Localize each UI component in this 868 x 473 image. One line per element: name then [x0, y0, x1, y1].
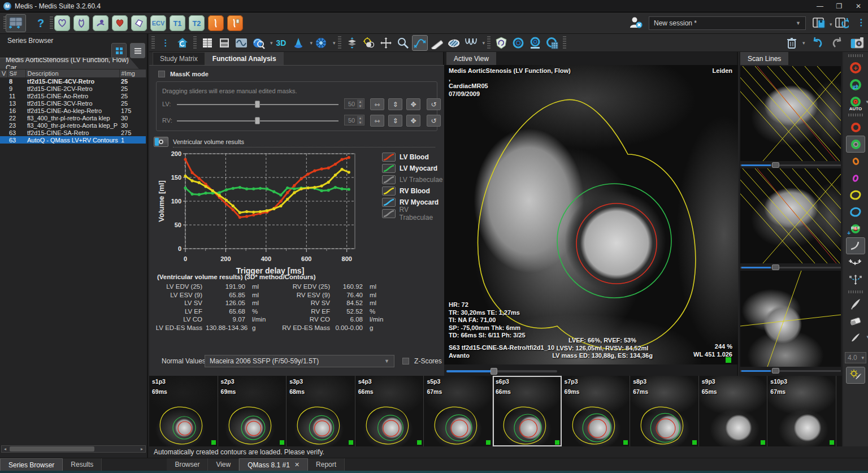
reload-chevron-icon[interactable]: ▾: [270, 40, 273, 46]
scan-reference-thumbnail[interactable]: [740, 168, 841, 263]
slice-thumbnail[interactable]: s4p366ms: [355, 376, 424, 446]
nudge-contour-button[interactable]: [846, 271, 865, 288]
reset-view-button[interactable]: [175, 35, 190, 51]
slice-thumbnail[interactable]: s2p369ms: [218, 376, 287, 446]
massk-mode-checkbox[interactable]: MassK mode: [158, 71, 209, 77]
close-tab-icon[interactable]: ✕: [294, 461, 300, 468]
table-row[interactable]: 8tf2d15-CINE-4CV-Retro25: [0, 77, 146, 85]
detect-contours-button[interactable]: [493, 35, 509, 51]
close-button[interactable]: ✕: [849, 0, 868, 12]
undo-button[interactable]: [810, 35, 826, 51]
stack-scroll-button[interactable]: [344, 35, 360, 51]
scan-reference-thumbnail[interactable]: [740, 66, 841, 161]
delete-button[interactable]: [784, 35, 800, 51]
window-level-button[interactable]: [361, 35, 377, 51]
table-row[interactable]: 9tf2d15-CINE-2CV-Retro25: [0, 85, 146, 92]
movie-button[interactable]: [216, 35, 232, 51]
lv-epi-contour-button[interactable]: [846, 136, 865, 153]
tab-results[interactable]: Results: [63, 458, 102, 471]
yellow-roi-button[interactable]: [846, 186, 865, 203]
lv-fit-height-button[interactable]: ⇕: [388, 98, 402, 110]
tab-active-view[interactable]: Active View: [446, 52, 496, 65]
whole-heart-app-icon[interactable]: [112, 15, 128, 31]
wheel-chevron-icon[interactable]: ▾: [333, 40, 336, 46]
grip[interactable]: [487, 36, 491, 50]
table-row[interactable]: 16tf2d15-CINE-Ao-klep-Retro175: [0, 107, 146, 114]
phase-slider[interactable]: [446, 368, 557, 374]
tab-qmass-8-1-1[interactable]: QMass 8.1 #1✕: [239, 458, 308, 471]
scan-reference-thumbnail[interactable]: [740, 271, 841, 367]
lv-endo-detect-button[interactable]: [510, 35, 526, 51]
rv-reset-button[interactable]: ↺: [427, 115, 441, 127]
phase-slider-handle[interactable]: [491, 368, 497, 375]
lv-slider-handle[interactable]: [255, 101, 260, 108]
table-row[interactable]: 11tf2d15-CINE-Ao-Retro25: [0, 92, 146, 99]
snapshot-button[interactable]: [849, 35, 865, 51]
rv-endo-contour-button[interactable]: [846, 153, 865, 170]
brush-variant-button[interactable]: ▾: [846, 329, 865, 346]
zoom-button[interactable]: [395, 35, 411, 51]
3d-view-button[interactable]: 3D: [274, 35, 289, 51]
area-measure-button[interactable]: [446, 35, 462, 51]
tab-view[interactable]: View: [208, 458, 239, 471]
col-header-series[interactable]: S#: [7, 70, 25, 77]
qstrain-report-app-icon[interactable]: [227, 15, 243, 31]
main-menu-button[interactable]: ⋮: [857, 17, 866, 28]
grip[interactable]: [338, 36, 341, 50]
zscores-checkbox[interactable]: Z-Scores: [402, 357, 442, 365]
table-row[interactable]: 63tf2d15-CINE-SA-Retro275: [0, 129, 146, 136]
rv-threshold-spinbox[interactable]: 50▲▼: [344, 115, 364, 125]
rv-fit-height-button[interactable]: ⇕: [388, 115, 402, 127]
slice-thumbnail[interactable]: s3p368ms: [287, 376, 355, 446]
scan-thumbnail-slider[interactable]: [740, 368, 841, 374]
reload-phases-button[interactable]: [250, 35, 266, 51]
layout-button[interactable]: [6, 14, 26, 32]
series-horizontal-scrollbar[interactable]: ◂ ▸: [1, 445, 146, 453]
rv-epi-contour-button[interactable]: [846, 170, 865, 186]
brush-tool-button[interactable]: [846, 296, 865, 313]
rv-fit-all-button[interactable]: ✥: [406, 115, 420, 127]
col-header-img[interactable]: #Img: [119, 70, 146, 77]
slice-thumbnail[interactable]: s8p367ms: [630, 376, 699, 446]
edit-contour-button[interactable]: [412, 35, 428, 51]
toolbar-grip[interactable]: [848, 54, 863, 57]
slice-thumbnail[interactable]: s6p366ms: [493, 376, 562, 446]
study-tab[interactable]: Medis AorticStenosis (LV Function, Flow)…: [0, 58, 139, 69]
grid-view-button[interactable]: [111, 43, 127, 58]
scroll-right-icon[interactable]: ▸: [138, 446, 145, 452]
detect-lv-endo-plus-button[interactable]: +: [846, 59, 865, 76]
slice-thumbnail[interactable]: s7p369ms: [562, 376, 631, 446]
slice-thumbnail[interactable]: s10p367ms: [767, 376, 836, 446]
tab-functional-analysis[interactable]: Functional Analysis: [205, 52, 284, 65]
toolbar-grip[interactable]: [848, 114, 863, 116]
time-signal-button[interactable]: [233, 35, 249, 51]
legend-item[interactable]: RV Blood: [382, 185, 443, 196]
tab-series-browser[interactable]: Series Browser: [0, 458, 63, 471]
close-session-button[interactable]: [628, 16, 643, 31]
blue-roi-button[interactable]: [846, 203, 865, 220]
normal-values-dropdown[interactable]: Maceira 2006 SSFP (F/50-59y/1.5T) ▼: [205, 355, 394, 367]
measure-button[interactable]: [429, 35, 445, 51]
t2-app-icon[interactable]: T2: [189, 15, 205, 31]
col-header-v[interactable]: V: [0, 70, 7, 77]
overflow-menu-icon[interactable]: ⋮: [158, 35, 173, 51]
point-curve-button[interactable]: [846, 254, 865, 271]
lv-slider[interactable]: [177, 104, 338, 105]
session-dropdown[interactable]: New session * ▼: [649, 16, 806, 30]
chart-snapshot-button[interactable]: [154, 137, 168, 147]
tab-browser[interactable]: Browser: [167, 458, 208, 471]
rv-fit-width-button[interactable]: ⇿: [370, 115, 384, 127]
list-view-button[interactable]: [130, 43, 145, 58]
legend-item[interactable]: LV Blood: [382, 151, 443, 162]
slice-thumbnail[interactable]: s5p367ms: [424, 376, 493, 446]
grip[interactable]: [193, 36, 197, 50]
lv-function-app-icon[interactable]: [73, 15, 89, 31]
slice-thumbnail[interactable]: s1p369ms: [149, 376, 218, 446]
table-row[interactable]: 63AutoQ - QMass LV+RV Contours1: [0, 136, 146, 144]
restore-button[interactable]: ❐: [830, 0, 849, 12]
brush-size-dropdown[interactable]: 4.0▾: [845, 352, 866, 363]
legend-item[interactable]: RV Trabeculae: [382, 208, 443, 219]
redo-button[interactable]: [829, 35, 845, 51]
legend-item[interactable]: LV Trabeculae: [382, 174, 443, 185]
study-matrix-button[interactable]: [199, 35, 215, 51]
